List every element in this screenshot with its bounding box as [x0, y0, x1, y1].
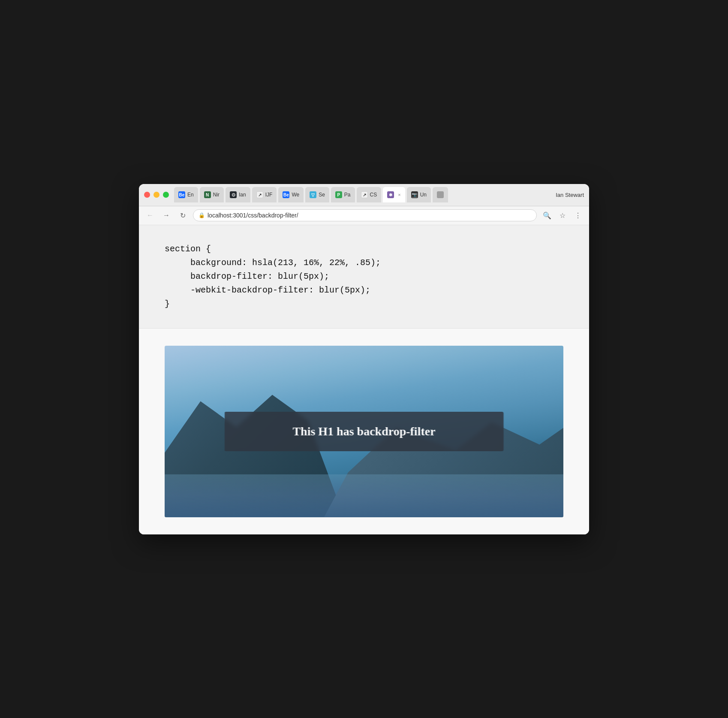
- bookmark-icon: ☆: [560, 211, 566, 220]
- forward-button[interactable]: →: [160, 209, 172, 221]
- tab-active[interactable]: ✱ ×: [383, 187, 405, 202]
- reload-icon: ↻: [180, 211, 186, 220]
- code-line-3: backdrop-filter: blur(5px);: [190, 270, 563, 284]
- back-icon: ←: [147, 211, 153, 219]
- tab-icon-cs1: ↗: [361, 191, 368, 198]
- traffic-lights: [144, 192, 169, 198]
- reload-button[interactable]: ↻: [177, 209, 189, 221]
- tab-close-active[interactable]: ×: [398, 192, 400, 197]
- tab-ian[interactable]: ⊙ Ian: [226, 187, 250, 202]
- minimize-button[interactable]: [153, 192, 159, 198]
- tab-be-we[interactable]: Be We: [278, 187, 304, 202]
- tab-nir[interactable]: N Nir: [200, 187, 224, 202]
- demo-container: This H1 has backdrop-filter: [165, 346, 563, 517]
- forward-icon: →: [163, 211, 170, 219]
- tab-label-gh1: Ian: [239, 192, 246, 198]
- menu-icon: ⋮: [575, 211, 581, 220]
- tab-ijf[interactable]: ↗ IJF: [252, 187, 277, 202]
- tab-label-ni1: Nir: [213, 192, 220, 198]
- tab-label-pa1: Pa: [344, 192, 351, 198]
- tab-be-en[interactable]: Be En: [174, 187, 198, 202]
- tab-cs[interactable]: ↗ CS: [357, 187, 382, 202]
- tab-icon-se1: ▽: [310, 191, 316, 198]
- page-content: section { background: hsla(213, 16%, 22%…: [139, 225, 589, 534]
- tab-icon-gh1: ⊙: [230, 191, 237, 198]
- tab-icon-be1: Be: [178, 191, 185, 198]
- tab-label-un: Un: [420, 192, 427, 198]
- code-line-5: }: [165, 297, 563, 311]
- user-info: Ian Stewart: [556, 192, 584, 198]
- water-reflection: [165, 474, 563, 517]
- search-icon: 🔍: [543, 211, 551, 220]
- tab-label-se1: Se: [319, 192, 325, 198]
- tab-pa[interactable]: P Pa: [331, 187, 355, 202]
- tab-label-ijf1: IJF: [265, 192, 273, 198]
- tab-label-be2: We: [292, 192, 299, 198]
- tabs-area: Be En N Nir ⊙ Ian ↗ IJF Be We: [174, 187, 556, 202]
- tab-icon-camera: 📷: [411, 191, 418, 198]
- lock-icon: 🔒: [199, 212, 205, 218]
- url-text: localhost:3001/css/backdrop-filter/: [208, 212, 298, 219]
- address-bar: ← → ↻ 🔒 localhost:3001/css/backdrop-filt…: [139, 206, 589, 225]
- code-line-2: background: hsla(213, 16%, 22%, .85);: [190, 256, 563, 270]
- code-section: section { background: hsla(213, 16%, 22%…: [139, 225, 589, 329]
- back-button[interactable]: ←: [144, 209, 156, 221]
- demo-section: This H1 has backdrop-filter: [139, 329, 589, 534]
- tab-label-cs1: CS: [370, 192, 377, 198]
- tab-new[interactable]: [433, 187, 448, 202]
- tab-label-be1: En: [187, 192, 194, 198]
- maximize-button[interactable]: [163, 192, 169, 198]
- tab-icon-pa1: P: [335, 191, 342, 198]
- tab-icon-ni1: N: [204, 191, 211, 198]
- address-actions: 🔍 ☆ ⋮: [541, 209, 584, 221]
- tab-icon-new: [437, 191, 444, 198]
- tab-se[interactable]: ▽ Se: [305, 187, 329, 202]
- tab-icon-be2: Be: [283, 191, 289, 198]
- title-bar: Be En N Nir ⊙ Ian ↗ IJF Be We: [139, 184, 589, 206]
- code-block: section { background: hsla(213, 16%, 22%…: [165, 242, 563, 311]
- menu-button[interactable]: ⋮: [572, 209, 584, 221]
- tab-icon-active: ✱: [387, 191, 394, 198]
- url-bar[interactable]: 🔒 localhost:3001/css/backdrop-filter/: [193, 209, 537, 221]
- bookmark-button[interactable]: ☆: [557, 209, 569, 221]
- code-line-1: section {: [165, 242, 563, 256]
- search-button[interactable]: 🔍: [541, 209, 553, 221]
- backdrop-heading: This H1 has backdrop-filter: [242, 425, 487, 438]
- backdrop-filter-section: This H1 has backdrop-filter: [225, 412, 504, 451]
- tab-icon-ijf1: ↗: [256, 191, 263, 198]
- browser-window: Be En N Nir ⊙ Ian ↗ IJF Be We: [139, 184, 589, 534]
- close-button[interactable]: [144, 192, 150, 198]
- code-line-4: -webkit-backdrop-filter: blur(5px);: [190, 284, 563, 297]
- tab-un[interactable]: 📷 Un: [407, 187, 431, 202]
